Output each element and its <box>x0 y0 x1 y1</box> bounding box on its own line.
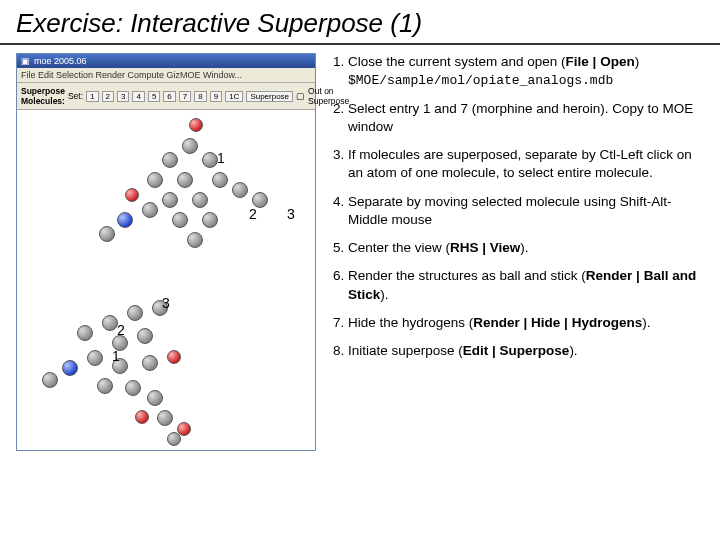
step: Render the structures as ball and stick … <box>348 267 704 303</box>
atom <box>202 212 218 228</box>
atom <box>127 305 143 321</box>
app-canvas: 1 2 3 <box>17 110 315 450</box>
step: Initiate superpose (Edit | Superpose). <box>348 342 704 360</box>
toolbar-btn[interactable]: 6 <box>163 91 175 102</box>
step-bold: File | Open <box>566 54 635 69</box>
atom <box>135 410 149 424</box>
step-text: Select entry 1 and 7 (morphine and heroi… <box>348 101 693 134</box>
atom <box>77 325 93 341</box>
step-text: ). <box>520 240 528 255</box>
app-titlebar: ▣ moe 2005.06 <box>17 54 315 68</box>
atom <box>125 380 141 396</box>
step-bold: Edit | Superpose <box>463 343 570 358</box>
atom <box>137 328 153 344</box>
step-text: ). <box>569 343 577 358</box>
atom <box>177 172 193 188</box>
atom <box>62 360 78 376</box>
atom <box>167 350 181 364</box>
atom <box>212 172 228 188</box>
atom <box>232 182 248 198</box>
step-bold: Render | Hide | Hydrogens <box>473 315 642 330</box>
step-text: Center the view ( <box>348 240 450 255</box>
toolbar-out-text: Out on Superpose <box>308 86 349 106</box>
mol-label: 1 <box>112 348 120 364</box>
toolbar-btn[interactable]: 2 <box>102 91 114 102</box>
step-text: ). <box>380 287 388 302</box>
atom <box>102 315 118 331</box>
atom <box>117 212 133 228</box>
toolbar-set-label: Set: <box>68 91 83 101</box>
atom <box>147 172 163 188</box>
atom <box>87 350 103 366</box>
step-text: ) <box>635 54 640 69</box>
mol-label: 2 <box>117 322 125 338</box>
atom <box>189 118 203 132</box>
toolbar-btn[interactable]: 4 <box>132 91 144 102</box>
toolbar-btn[interactable]: 5 <box>148 91 160 102</box>
atom <box>125 188 139 202</box>
app-menubar: File Edit Selection Render Compute GizMO… <box>17 68 315 83</box>
atom <box>157 410 173 426</box>
page-title: Exercise: Interactive Superpose (1) <box>0 0 720 45</box>
mol-label: 3 <box>162 295 170 311</box>
atom <box>187 232 203 248</box>
app-window: ▣ moe 2005.06 File Edit Selection Render… <box>16 53 316 451</box>
content-row: ▣ moe 2005.06 File Edit Selection Render… <box>0 53 720 451</box>
step-text: Hide the hydrogens ( <box>348 315 473 330</box>
mol-label: 2 <box>249 206 257 222</box>
step-bold: RHS | View <box>450 240 520 255</box>
atom <box>142 202 158 218</box>
atom <box>167 432 181 446</box>
atom <box>192 192 208 208</box>
atom <box>147 390 163 406</box>
step-text: Initiate superpose ( <box>348 343 463 358</box>
atom <box>97 378 113 394</box>
app-toolbar: Superpose Molecules: Set: 1 2 3 4 5 6 7 … <box>17 83 315 110</box>
step-text: Separate by moving selected molecule usi… <box>348 194 671 227</box>
step-text: ). <box>642 315 650 330</box>
step-text: Render the structures as ball and stick … <box>348 268 586 283</box>
toolbar-label: Superpose Molecules: <box>21 86 65 106</box>
step: Close the current system and open (File … <box>348 53 704 90</box>
atom <box>182 138 198 154</box>
step: If molecules are superposed, separate by… <box>348 146 704 182</box>
step: Select entry 1 and 7 (morphine and heroi… <box>348 100 704 136</box>
atom <box>162 192 178 208</box>
instructions: Close the current system and open (File … <box>326 53 704 451</box>
mol-label: 3 <box>287 206 295 222</box>
toolbar-btn[interactable]: 9 <box>210 91 222 102</box>
toolbar-btn[interactable]: 1C <box>225 91 243 102</box>
toolbar-superpose-btn[interactable]: Superpose <box>246 91 293 102</box>
step-text: If molecules are superposed, separate by… <box>348 147 692 180</box>
toolbar-btn[interactable]: 3 <box>117 91 129 102</box>
mol-label: 1 <box>217 150 225 166</box>
atom <box>172 212 188 228</box>
toolbar-btn[interactable]: 8 <box>194 91 206 102</box>
left-column: ▣ moe 2005.06 File Edit Selection Render… <box>16 53 326 451</box>
step: Hide the hydrogens (Render | Hide | Hydr… <box>348 314 704 332</box>
atom <box>202 152 218 168</box>
atom <box>142 355 158 371</box>
step-text: Close the current system and open ( <box>348 54 566 69</box>
app-icon: ▣ <box>21 56 30 66</box>
step-mono: $MOE/sample/mol/opiate_analogs.mdb <box>348 73 613 88</box>
step: Separate by moving selected molecule usi… <box>348 193 704 229</box>
toolbar-out-label: ▢ <box>296 91 305 101</box>
atom <box>99 226 115 242</box>
toolbar-btn[interactable]: 7 <box>179 91 191 102</box>
step: Center the view (RHS | View). <box>348 239 704 257</box>
app-window-title: moe 2005.06 <box>34 56 87 66</box>
toolbar-btn[interactable]: 1 <box>86 91 98 102</box>
atom <box>42 372 58 388</box>
atom <box>162 152 178 168</box>
